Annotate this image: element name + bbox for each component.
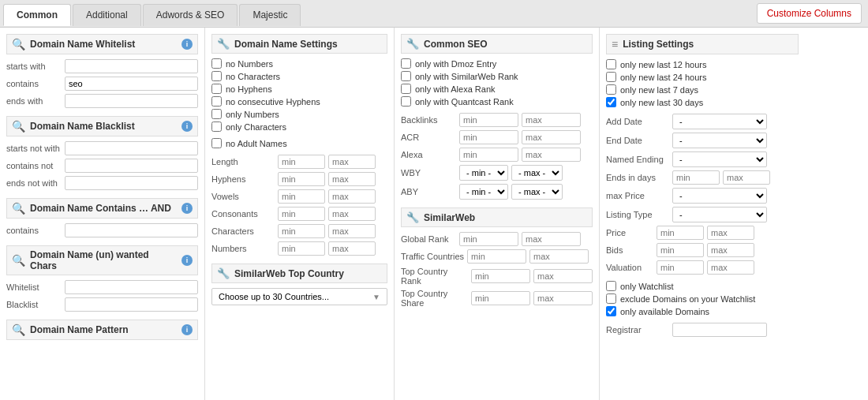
- ends-in-days-min-input[interactable]: [672, 170, 720, 185]
- no-adult-names-checkbox[interactable]: [211, 138, 222, 148]
- only-watchlist-checkbox[interactable]: [606, 281, 616, 291]
- alexa-rank-label: only with Alexa Rank: [415, 84, 496, 94]
- no-characters-checkbox[interactable]: [211, 71, 222, 81]
- end-date-select[interactable]: -: [672, 133, 767, 148]
- blacklist-chars-input[interactable]: [65, 297, 198, 312]
- tab-majestic[interactable]: Majestic: [239, 4, 301, 26]
- alexa-min-input[interactable]: [459, 148, 518, 162]
- section-listing: ≡ Listing Settings only new last 12 hour…: [606, 34, 799, 337]
- blacklist-info-icon[interactable]: i: [181, 121, 193, 132]
- hyphens-max-input[interactable]: [328, 172, 376, 186]
- only-characters-checkbox[interactable]: [211, 121, 222, 132]
- wby-min-select[interactable]: - min -: [459, 165, 508, 181]
- length-max-input[interactable]: [328, 155, 376, 169]
- section-blacklist: 🔍 Domain Name Blacklist i starts not wit…: [6, 116, 198, 190]
- alexa-max-input[interactable]: [522, 148, 581, 162]
- aby-label: ABY: [401, 187, 456, 196]
- top-country-share-min-input[interactable]: [471, 291, 530, 305]
- whitelist-info-icon[interactable]: i: [181, 39, 193, 50]
- aby-max-select[interactable]: - max -: [511, 184, 563, 200]
- contains-not-label: contains not: [6, 161, 62, 170]
- exclude-watchlist-row: exclude Domains on your Watchlist: [606, 293, 799, 304]
- whitelist-chars-row: Whitelist: [6, 280, 198, 294]
- registrar-input[interactable]: [672, 323, 767, 337]
- similarweb-header: 🔧 SimilarWeb: [401, 207, 593, 227]
- contains-input[interactable]: seo: [65, 77, 198, 91]
- aby-min-select[interactable]: - min -: [459, 184, 508, 200]
- contains-not-input[interactable]: [65, 159, 198, 173]
- tab-common[interactable]: Common: [3, 4, 71, 26]
- price-min-input[interactable]: [657, 226, 704, 240]
- max-price-select[interactable]: -: [672, 188, 767, 204]
- wby-max-select[interactable]: - max -: [511, 165, 563, 181]
- wrench-icon-similarweb: 🔧: [406, 211, 419, 223]
- traffic-countries-max-input[interactable]: [529, 249, 589, 264]
- valuation-max-input[interactable]: [707, 260, 754, 275]
- ends-not-with-input[interactable]: [65, 176, 198, 190]
- backlinks-max-input[interactable]: [522, 113, 581, 127]
- only-numbers-checkbox[interactable]: [211, 109, 222, 119]
- pattern-info-icon[interactable]: i: [181, 324, 193, 335]
- price-max-input[interactable]: [707, 226, 754, 240]
- new-last-24h-checkbox[interactable]: [606, 72, 616, 82]
- unwanted-info-icon[interactable]: i: [181, 255, 193, 266]
- vowels-min-input[interactable]: [278, 189, 325, 204]
- acr-min-input[interactable]: [459, 130, 518, 144]
- no-hyphens-checkbox[interactable]: [211, 84, 222, 94]
- vowels-max-input[interactable]: [328, 189, 376, 204]
- tab-adwords-seo[interactable]: Adwords & SEO: [143, 4, 238, 26]
- contains-and-row: contains: [6, 223, 198, 237]
- new-last-12h-checkbox[interactable]: [606, 59, 616, 69]
- dmoz-checkbox[interactable]: [401, 58, 411, 69]
- tab-additional[interactable]: Additional: [73, 4, 141, 26]
- consonants-label: Consonants: [211, 209, 275, 219]
- backlinks-min-input[interactable]: [459, 113, 518, 127]
- top-country-share-max-input[interactable]: [533, 291, 593, 305]
- ends-with-row: ends with: [6, 94, 198, 108]
- numbers-max-input[interactable]: [328, 241, 376, 256]
- listing-type-select[interactable]: -: [672, 207, 767, 222]
- characters-min-input[interactable]: [278, 224, 325, 238]
- named-ending-select[interactable]: -: [672, 151, 767, 167]
- traffic-countries-min-input[interactable]: [467, 249, 526, 264]
- new-last-30d-checkbox[interactable]: [606, 97, 616, 107]
- global-rank-max-input[interactable]: [522, 232, 581, 246]
- starts-not-with-input[interactable]: [65, 141, 198, 155]
- starts-with-input[interactable]: [65, 59, 198, 73]
- contains-and-info-icon[interactable]: i: [181, 203, 193, 214]
- numbers-min-input[interactable]: [278, 241, 325, 256]
- bids-max-input[interactable]: [707, 243, 754, 257]
- valuation-min-input[interactable]: [657, 260, 704, 275]
- numbers-row: Numbers: [211, 241, 387, 256]
- hyphens-min-input[interactable]: [278, 172, 325, 186]
- no-consecutive-hyphens-checkbox[interactable]: [211, 96, 222, 107]
- bids-min-input[interactable]: [657, 243, 704, 257]
- quantcast-rank-checkbox[interactable]: [401, 96, 411, 107]
- exclude-watchlist-checkbox[interactable]: [606, 293, 616, 304]
- whitelist-chars-input[interactable]: [65, 280, 198, 294]
- choose-countries-button[interactable]: Choose up to 30 Countries... ▼: [211, 288, 387, 305]
- length-min-input[interactable]: [278, 155, 325, 169]
- top-country-rank-min-input[interactable]: [471, 269, 530, 283]
- similarweb-rank-checkbox[interactable]: [401, 71, 411, 81]
- acr-row: ACR: [401, 130, 593, 144]
- only-available-checkbox[interactable]: [606, 306, 616, 316]
- contains-and-header: 🔍 Domain Name Contains … AND i: [6, 198, 198, 219]
- global-rank-min-input[interactable]: [459, 232, 518, 246]
- alexa-rank-checkbox[interactable]: [401, 84, 411, 94]
- add-date-select[interactable]: -: [672, 114, 767, 129]
- ends-in-days-max-input[interactable]: [723, 170, 770, 185]
- only-watchlist-label: only Watchlist: [620, 282, 673, 291]
- characters-max-input[interactable]: [328, 224, 376, 238]
- top-country-rank-max-input[interactable]: [533, 269, 593, 283]
- customize-columns-button[interactable]: Customize Columns: [757, 3, 862, 24]
- starts-with-row: starts with: [6, 59, 198, 73]
- starts-not-with-label: starts not with: [6, 144, 62, 153]
- acr-max-input[interactable]: [522, 130, 581, 144]
- contains-and-input[interactable]: [65, 223, 198, 237]
- ends-with-input[interactable]: [65, 94, 198, 108]
- consonants-max-input[interactable]: [328, 207, 376, 221]
- consonants-min-input[interactable]: [278, 207, 325, 221]
- new-last-7d-checkbox[interactable]: [606, 84, 616, 95]
- no-numbers-checkbox[interactable]: [211, 58, 222, 69]
